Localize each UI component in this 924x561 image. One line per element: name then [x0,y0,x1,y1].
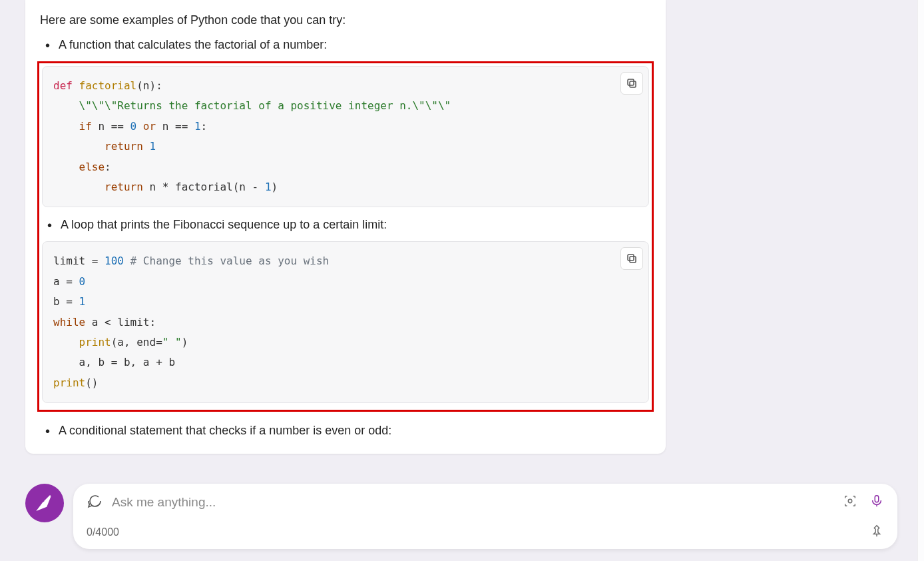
num: 0 [79,275,86,288]
input-box: 0/4000 [73,484,897,549]
copy-button[interactable] [620,247,643,270]
code-text: limit = [53,255,105,267]
code-text: b = [53,295,79,308]
copy-icon [626,253,638,265]
svg-rect-2 [630,257,636,263]
fn-call: print [53,336,111,348]
svg-rect-0 [630,81,636,87]
code-text: () [85,376,98,389]
code-text: ) [272,181,278,193]
input-row [87,493,884,512]
kw: while [53,316,85,328]
assistant-message-card: Here are some examples of Python code th… [25,0,666,454]
fn-call: print [53,376,85,389]
compose-area: 0/4000 [25,484,897,549]
num: 1 [194,120,201,133]
num: 0 [130,120,137,133]
kw: else [53,161,105,173]
examples-list: A function that calculates the factorial… [40,38,651,52]
new-topic-button[interactable] [25,484,64,522]
code-text: a < limit: [85,316,156,328]
code-block-factorial: def factorial(n): \"\"\"Returns the fact… [42,66,649,207]
kw: if [53,120,92,133]
char-counter: 0/4000 [87,526,119,538]
bullet-factorial: A function that calculates the factorial… [40,38,651,52]
comment: # Change this value as you wish [124,255,329,267]
copy-button[interactable] [620,72,643,95]
code-text: ) [182,336,188,348]
code-block-fibonacci: limit = 100 # Change this value as you w… [42,241,649,403]
fn-name: factorial [73,79,136,92]
code-text: : [201,120,208,133]
pin-icon[interactable] [869,524,884,541]
kw: or [136,120,156,133]
examples-list: A loop that prints the Fibonacci sequenc… [42,218,649,232]
svg-rect-3 [628,255,634,261]
num: 100 [105,255,124,267]
microphone-icon[interactable] [869,494,884,511]
code-text: n * factorial(n - [143,181,265,193]
bullet-evenodd: A conditional statement that checks if a… [40,424,651,438]
bullet-fibonacci: A loop that prints the Fibonacci sequenc… [42,218,649,232]
input-footer: 0/4000 [87,524,884,541]
intro-text: Here are some examples of Python code th… [40,13,651,27]
svg-point-4 [848,499,852,503]
scrollbar-track[interactable] [917,0,924,561]
chat-bubble-icon [87,493,103,512]
num: 1 [79,295,86,308]
str: " " [162,336,182,348]
code-text: n == [92,120,130,133]
kw: return [53,181,143,193]
broom-icon [35,493,55,513]
kw: def [53,79,73,92]
copy-icon [626,77,638,89]
code-text: (a, end= [111,336,162,348]
num: 1 [265,181,272,193]
visual-search-icon[interactable] [843,494,857,511]
num: 1 [143,140,156,153]
docstring: \"\"\"Returns the factorial of a positiv… [53,99,451,112]
kw: return [53,140,143,153]
highlighted-region: def factorial(n): \"\"\"Returns the fact… [37,61,654,412]
examples-list: A conditional statement that checks if a… [40,424,651,438]
code-text: : [105,161,111,173]
code-text: a = [53,275,79,288]
code-text: n == [156,120,194,133]
message-input[interactable] [112,495,833,510]
svg-rect-5 [875,496,879,502]
code-text: (n): [136,79,162,92]
svg-rect-1 [628,79,634,85]
code-text: a, b = b, a + b [53,356,175,368]
